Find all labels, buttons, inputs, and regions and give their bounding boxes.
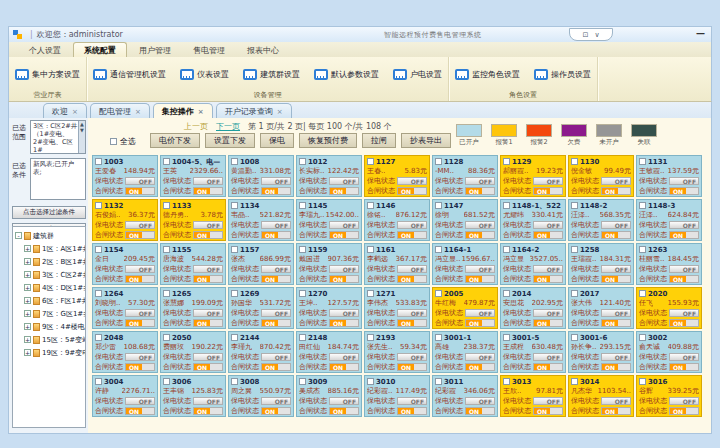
hezha-toggle[interactable]: ON (669, 407, 699, 415)
meter-card[interactable]: 1271李伟杰533.83元保电状态OFF合闸状态ON (364, 287, 430, 329)
close-icon[interactable]: × (72, 108, 78, 116)
hezha-toggle[interactable]: ON (465, 407, 495, 415)
card-checkbox[interactable] (231, 246, 238, 253)
tree-item-3[interactable]: +3区：C区2#井（1 (15, 268, 85, 281)
action-button-5[interactable]: 拉闸 (362, 133, 396, 148)
doc-tab-3[interactable]: 集控操作× (153, 103, 213, 118)
action-button-4[interactable]: 恢复预付费 (299, 133, 357, 148)
baodian-toggle[interactable]: OFF (669, 221, 699, 229)
card-checkbox[interactable] (639, 290, 646, 297)
condition-box[interactable]: 新风表;已开户表; (30, 158, 86, 200)
menu-tab-5[interactable]: 报表中心 (237, 43, 289, 57)
card-checkbox[interactable] (435, 290, 442, 297)
card-checkbox[interactable] (163, 334, 170, 341)
meter-card[interactable]: 1269孙国华531.72元保电状态OFF合闸状态ON (228, 287, 294, 329)
hezha-toggle[interactable]: ON (465, 363, 495, 371)
hezha-toggle[interactable]: ON (465, 319, 495, 327)
choose-filter-button[interactable]: 点击选择过滤条件 (12, 206, 86, 219)
card-checkbox[interactable] (367, 290, 374, 297)
hezha-toggle[interactable]: ON (533, 187, 563, 195)
meter-card[interactable]: 1130倪金敏99.49元保电状态OFF合闸状态ON (568, 155, 634, 197)
meter-card[interactable]: 1154金日209.45元保电状态OFF合闸状态ON (92, 243, 158, 285)
hezha-toggle[interactable]: ON (397, 275, 427, 283)
card-checkbox[interactable] (639, 334, 646, 341)
baodian-toggle[interactable]: OFF (193, 221, 223, 229)
baodian-toggle[interactable]: OFF (261, 265, 291, 273)
card-checkbox[interactable] (299, 290, 306, 297)
hezha-toggle[interactable]: ON (465, 275, 495, 283)
action-button-2[interactable]: 设置下发 (205, 133, 255, 148)
next-page-link[interactable]: 下一页 (216, 121, 240, 132)
minimize-button[interactable]: — (696, 28, 705, 38)
hezha-toggle[interactable]: ON (601, 231, 631, 239)
prev-page-link[interactable]: 上一页 (184, 121, 208, 132)
baodian-toggle[interactable]: OFF (397, 353, 427, 361)
ribbon-button[interactable]: 建筑群设置 (243, 69, 300, 80)
baodian-toggle[interactable]: OFF (533, 309, 563, 317)
baodian-toggle[interactable]: OFF (261, 397, 291, 405)
meter-card[interactable]: 1155唐海波544.28元保电状态OFF合闸状态ON (160, 243, 226, 285)
range-box[interactable]: 3区：C区2#井（1#变电、2#变电、C区1# ▲ ▼ (30, 120, 86, 154)
expander-icon[interactable]: - (15, 232, 22, 239)
card-checkbox[interactable] (503, 334, 510, 341)
meter-card[interactable]: 1265张慧娜199.09元保电状态OFF合闸状态ON (160, 287, 226, 329)
meter-card[interactable]: 1129郝丽霞..19.23元保电状态OFF合闸状态ON (500, 155, 566, 197)
baodian-toggle[interactable]: OFF (533, 265, 563, 273)
tree-item-5[interactable]: +6区：F区1#井（F区 (15, 294, 85, 307)
baodian-toggle[interactable]: OFF (669, 353, 699, 361)
card-checkbox[interactable] (503, 202, 510, 209)
baodian-toggle[interactable]: OFF (669, 265, 699, 273)
baodian-toggle[interactable]: OFF (261, 177, 291, 185)
card-checkbox[interactable] (571, 290, 578, 297)
baodian-toggle[interactable]: OFF (397, 397, 427, 405)
baodian-toggle[interactable]: OFF (669, 177, 699, 185)
select-all[interactable]: 全选 (110, 136, 136, 147)
card-checkbox[interactable] (95, 158, 102, 165)
baodian-toggle[interactable]: OFF (193, 397, 223, 405)
card-checkbox[interactable] (299, 202, 306, 209)
hezha-toggle[interactable]: ON (261, 407, 291, 415)
meter-card[interactable]: 2048郑少雷108.68元保电状态OFF合闸状态ON (92, 331, 158, 373)
meter-card[interactable]: 1004-5、电—王英2329.66..保电状态OFF合闸状态ON (160, 155, 226, 197)
baodian-toggle[interactable]: OFF (125, 397, 155, 405)
baodian-toggle[interactable]: OFF (601, 177, 631, 185)
baodian-toggle[interactable]: OFF (125, 221, 155, 229)
card-checkbox[interactable] (299, 334, 306, 341)
hezha-toggle[interactable]: ON (601, 407, 631, 415)
ribbon-button[interactable]: 监控角色设置 (455, 69, 520, 80)
card-checkbox[interactable] (163, 290, 170, 297)
hezha-toggle[interactable]: ON (533, 319, 563, 327)
hezha-toggle[interactable]: ON (397, 187, 427, 195)
hezha-toggle[interactable]: ON (397, 319, 427, 327)
meter-card[interactable]: 3006王丰锦125.83元保电状态OFF合闸状态ON (160, 375, 226, 417)
meter-card[interactable]: 3001-6孙长争..293.15元保电状态OFF合闸状态ON (568, 331, 634, 373)
card-checkbox[interactable] (571, 246, 578, 253)
tree-item-2[interactable]: +2区：B区1#井(B区 (15, 255, 85, 268)
baodian-toggle[interactable]: OFF (465, 221, 495, 229)
meter-card[interactable]: 1270王坤..127.57元保电状态OFF合闸状态ON (296, 287, 362, 329)
baodian-toggle[interactable]: OFF (669, 397, 699, 405)
meter-card[interactable]: 1161李鹤远367.17元保电状态OFF合闸状态ON (364, 243, 430, 285)
close-icon[interactable]: × (198, 108, 204, 116)
card-checkbox[interactable] (299, 158, 306, 165)
hezha-toggle[interactable]: ON (669, 187, 699, 195)
card-checkbox[interactable] (503, 290, 510, 297)
hezha-toggle[interactable]: ON (261, 363, 291, 371)
meter-card[interactable]: 1164-1冯立显..1596.67..保电状态OFF合闸状态ON (432, 243, 498, 285)
meter-card[interactable]: 1157张杰686.99元保电状态OFF合闸状态ON (228, 243, 294, 285)
card-checkbox[interactable] (571, 334, 578, 341)
hezha-toggle[interactable]: ON (329, 187, 359, 195)
card-checkbox[interactable] (299, 246, 306, 253)
tree-item-7[interactable]: +9区：4#楼电井（4 (15, 320, 85, 333)
menu-tab-3[interactable]: 用户管理 (129, 43, 181, 57)
baodian-toggle[interactable]: OFF (193, 353, 223, 361)
card-checkbox[interactable] (571, 378, 578, 385)
tree-item-9[interactable]: +19区：9#变电站（ (15, 346, 85, 359)
hezha-toggle[interactable]: ON (601, 363, 631, 371)
baodian-toggle[interactable]: OFF (125, 353, 155, 361)
meter-card[interactable]: 2193张先生..59.34元保电状态OFF合闸状态ON (364, 331, 430, 373)
hezha-toggle[interactable]: ON (533, 275, 563, 283)
meter-card[interactable]: 1128-MM..88.36元保电状态OFF合闸状态ON (432, 155, 498, 197)
meter-card[interactable]: 3001-1高雄238.37元保电状态OFF合闸状态ON (432, 331, 498, 373)
baodian-toggle[interactable]: OFF (193, 309, 223, 317)
